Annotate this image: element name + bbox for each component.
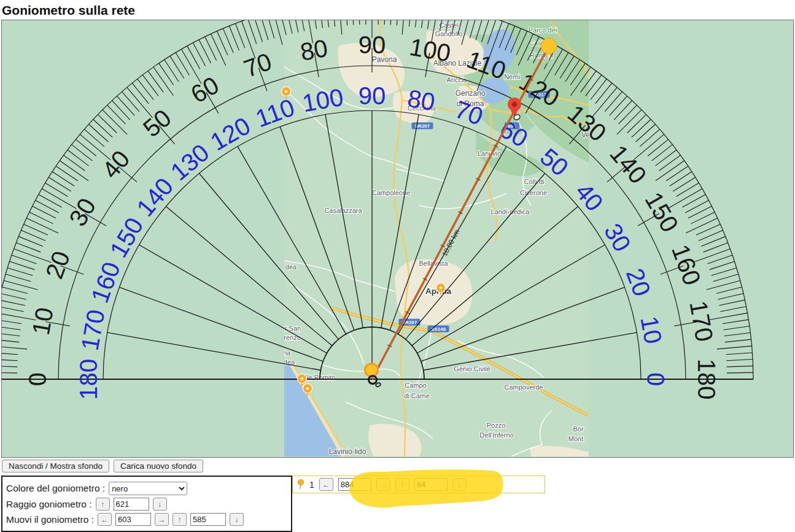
svg-text:Parco dei: Parco dei	[529, 26, 557, 34]
svg-text:180: 180	[75, 359, 102, 400]
svg-text:90: 90	[359, 31, 386, 58]
point-up-button[interactable]: ↑	[395, 478, 409, 491]
point-coordinates-panel: 1 ← → ↑ ↓	[292, 476, 545, 493]
svg-text:★: ★	[305, 385, 310, 391]
svg-text:180: 180	[693, 359, 720, 400]
svg-text:★: ★	[284, 88, 289, 94]
point-right-button[interactable]: →	[376, 478, 390, 491]
move-label: Muovi il goniometro :	[6, 514, 94, 525]
svg-text:Dell'Inferno: Dell'Inferno	[479, 431, 513, 439]
svg-text:Nemi: Nemi	[504, 73, 520, 80]
svg-text:★: ★	[438, 285, 443, 291]
move-y-input[interactable]	[190, 513, 226, 526]
move-left-button[interactable]: ←	[98, 513, 112, 526]
point-down-button[interactable]: ↓	[452, 478, 467, 491]
point-index: 1	[309, 480, 314, 490]
radius-label: Raggio goniometro :	[6, 499, 92, 510]
svg-text:10: 10	[27, 306, 58, 337]
color-row: Colore del goniometro : nero	[6, 482, 287, 495]
svg-text:Mont: Mont	[568, 435, 583, 442]
move-down-button[interactable]: ↓	[230, 513, 244, 526]
svg-text:Cicerone: Cicerone	[520, 189, 547, 196]
page-title: Goniometro sulla rete	[2, 3, 795, 18]
svg-text:0: 0	[642, 372, 669, 386]
svg-text:Lavinio-lido: Lavinio-lido	[329, 447, 366, 456]
svg-text:renzo: renzo	[284, 334, 301, 341]
svg-text:Campo: Campo	[405, 382, 426, 389]
move-x-input[interactable]	[115, 513, 151, 526]
svg-text:90: 90	[359, 82, 386, 109]
svg-text:Bor: Bor	[573, 425, 583, 433]
point-left-button[interactable]: ←	[319, 478, 333, 491]
toggle-background-button[interactable]: Nascondi / Mostra sfondo	[2, 460, 109, 472]
protractor-scene: SR207SR217601SR207SS148CastelGandolfoPav…	[2, 20, 793, 457]
radius-input[interactable]	[114, 498, 149, 511]
point-y-input[interactable]	[414, 478, 448, 491]
svg-text:★: ★	[300, 376, 304, 382]
radius-row: Raggio goniometro : ↑ ↓	[6, 498, 287, 511]
yellow-pin-icon	[297, 479, 304, 490]
map-protractor-canvas[interactable]: SR207SR217601SR207SS148CastelGandolfoPav…	[1, 20, 794, 458]
point-x-input[interactable]	[338, 478, 371, 491]
protractor-settings-box: Colore del goniometro : nero Raggio goni…	[1, 476, 292, 532]
control-area: Nascondi / Mostra sfondo Carica nuovo sf…	[1, 460, 795, 532]
radius-increase-button[interactable]: ↑	[96, 498, 110, 511]
svg-text:Campoverde: Campoverde	[505, 384, 543, 391]
svg-text:Casalazzara: Casalazzara	[324, 207, 362, 214]
svg-text:Genzano: Genzano	[456, 89, 486, 98]
svg-text:SS148: SS148	[431, 326, 446, 332]
move-up-button[interactable]: ↑	[173, 513, 187, 526]
background-toolbar: Nascondi / Mostra sfondo Carica nuovo sf…	[2, 460, 795, 472]
svg-text:Pozzo: Pozzo	[487, 422, 506, 429]
svg-text:Castel: Castel	[439, 21, 458, 29]
svg-text:10: 10	[635, 314, 667, 345]
move-right-button[interactable]: →	[155, 513, 169, 526]
color-label: Colore del goniometro :	[6, 483, 105, 494]
move-row: Muovi il goniometro : ← → ↑ ↓	[6, 513, 287, 526]
svg-text:80: 80	[405, 84, 436, 115]
svg-text:Genio Civile: Genio Civile	[454, 365, 490, 372]
svg-text:r San: r San	[285, 325, 301, 332]
load-background-button[interactable]: Carica nuovo sfondo	[114, 460, 203, 472]
svg-text:0: 0	[24, 372, 51, 386]
radius-decrease-button[interactable]: ↓	[153, 498, 167, 511]
svg-text:dea: dea	[285, 263, 297, 271]
svg-text:80: 80	[298, 34, 330, 66]
color-select[interactable]: nero	[109, 482, 187, 495]
svg-text:di Carne: di Carne	[404, 392, 430, 399]
svg-text:Colli di: Colli di	[524, 178, 544, 185]
